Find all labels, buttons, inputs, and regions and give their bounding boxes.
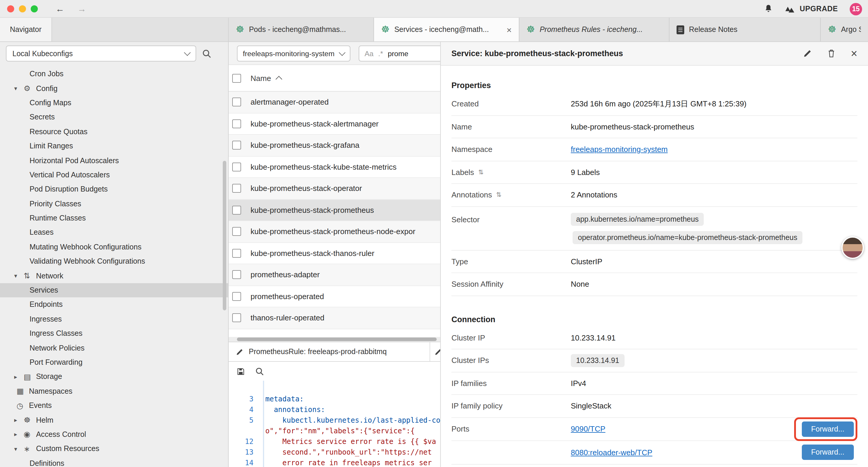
sidebar-item-services[interactable]: Services [0, 283, 228, 298]
sidebar-scrollbar[interactable] [223, 161, 226, 310]
notification-count-badge[interactable]: 15 [850, 3, 862, 15]
sidebar-item-ingresses[interactable]: Ingresses [0, 312, 228, 326]
window-zoom-button[interactable] [31, 5, 38, 12]
table-row-selected[interactable]: kube-prometheus-stack-prometheus [229, 200, 440, 221]
port-link[interactable]: 9090/TCP [571, 425, 606, 434]
tab-close-icon[interactable]: × [502, 25, 512, 35]
yaml-editor[interactable]: 3metadata: 4 annotations: 5 kubectl.kube… [229, 381, 440, 467]
sidebar-item-endpoints[interactable]: Endpoints [0, 298, 228, 312]
detail-row-ip-family-policy: IP family policy SingleStack [452, 395, 857, 418]
close-icon[interactable]: × [851, 48, 857, 59]
search-icon[interactable] [202, 49, 212, 58]
sidebar-item-limit-ranges[interactable]: Limit Ranges [0, 139, 228, 153]
namespace-link[interactable]: freeleaps-monitoring-system [571, 145, 857, 154]
select-all-checkbox[interactable] [232, 74, 241, 83]
sidebar-item-vertical-pod-autoscalers[interactable]: Vertical Pod Autoscalers [0, 168, 228, 182]
mountains-icon [785, 5, 796, 13]
table-row[interactable]: alertmanager-operated [229, 92, 440, 113]
search-icon[interactable] [255, 367, 264, 376]
selector-chip: operator.prometheus.io/name=kube-prometh… [572, 231, 803, 244]
window-close-button[interactable] [7, 5, 14, 12]
namespace-filter-dropdown[interactable]: freeleaps-monitoring-system [237, 46, 350, 61]
horizontal-scrollbar[interactable] [229, 337, 440, 342]
sidebar-item-resource-quotas[interactable]: Resource Quotas [0, 124, 228, 139]
tab-services[interactable]: ☸ Services - icecheng@math... × [374, 18, 519, 41]
forward-button[interactable]: Forward... [802, 421, 854, 437]
table-header: Name [229, 65, 440, 92]
tab-prometheus-rules[interactable]: ☸ Prometheus Rules - icecheng... [519, 18, 670, 41]
sidebar-item-priority-classes[interactable]: Priority Classes [0, 197, 228, 211]
services-toolbar: freeleaps-monitoring-system Aa .* prome [229, 42, 440, 65]
table-row[interactable]: kube-prometheus-stack-grafana [229, 135, 440, 156]
sidebar-item-config-maps[interactable]: Config Maps [0, 96, 228, 110]
table-row[interactable]: kube-prometheus-stack-operator [229, 178, 440, 200]
table-row[interactable]: thanos-ruler-operated [229, 308, 440, 329]
forward-button[interactable]: → [78, 4, 86, 13]
notifications-bell-icon[interactable] [764, 4, 773, 13]
sidebar-group-access-control[interactable]: ▸ ◉ Access Control [0, 428, 228, 442]
tab-pods[interactable]: ☸ Pods - icecheng@mathmas... [229, 18, 374, 41]
table-row[interactable]: prometheus-adapter [229, 264, 440, 286]
sidebar-group-helm[interactable]: ▸ ☸ Helm [0, 413, 228, 428]
sidebar-item-secrets[interactable]: Secrets [0, 110, 228, 124]
sidebar-group-network[interactable]: ▾ ⇅ Network [0, 269, 228, 283]
row-checkbox[interactable] [232, 184, 241, 193]
sidebar-item-pod-disruption-budgets[interactable]: Pod Disruption Budgets [0, 182, 228, 197]
sidebar-group-config[interactable]: ▾ ⚙ Config [0, 81, 228, 96]
sidebar-group-storage[interactable]: ▸ ▤ Storage [0, 370, 228, 384]
sidebar-item-mutating-webhook-configurations[interactable]: Mutating Webhook Configurations [0, 240, 228, 254]
expand-collapse-icon[interactable]: ⇅ [478, 169, 484, 176]
row-checkbox[interactable] [232, 141, 241, 150]
sidebar-item-network-policies[interactable]: Network Policies [0, 341, 228, 355]
sidebar-group-custom-resources[interactable]: ▾ ∗ Custom Resources [0, 442, 228, 456]
kubeconfig-selector[interactable]: Local Kubeconfigs [6, 46, 196, 61]
row-checkbox[interactable] [232, 270, 241, 279]
row-checkbox[interactable] [232, 292, 241, 301]
regex-toggle[interactable]: .* [378, 49, 383, 58]
table-row[interactable]: prometheus-operated [229, 286, 440, 308]
row-checkbox[interactable] [232, 206, 241, 214]
row-checkbox[interactable] [232, 314, 241, 322]
sidebar-item-namespaces[interactable]: ▦ Namespaces [0, 384, 228, 399]
row-checkbox[interactable] [232, 227, 241, 236]
row-checkbox[interactable] [232, 98, 241, 107]
back-button[interactable]: ← [56, 4, 64, 13]
sidebar-item-horizontal-pod-autoscalers[interactable]: Horizontal Pod Autoscalers [0, 153, 228, 168]
save-icon[interactable] [236, 367, 245, 376]
search-input[interactable]: Aa .* prome [359, 46, 440, 61]
row-checkbox[interactable] [232, 163, 241, 171]
services-list-panel: freeleaps-monitoring-system Aa .* prome … [229, 42, 440, 467]
row-checkbox[interactable] [232, 249, 241, 258]
sidebar-item-runtime-classes[interactable]: Runtime Classes [0, 211, 228, 226]
sidebar-item-ingress-classes[interactable]: Ingress Classes [0, 326, 228, 341]
editor-line: 13 second.","runbook_url":"https://net [229, 447, 440, 458]
forward-button[interactable]: Forward... [802, 445, 854, 460]
sidebar-item-port-forwarding[interactable]: Port Forwarding [0, 355, 228, 370]
sort-ascending-icon[interactable] [275, 76, 282, 83]
avatar[interactable] [841, 236, 864, 259]
scrollbar-thumb[interactable] [237, 338, 437, 341]
tab-argo[interactable]: ☸ Argo Se [821, 18, 868, 41]
name-column-header[interactable]: Name [251, 74, 271, 83]
sidebar-item-definitions[interactable]: Definitions [0, 456, 228, 467]
upgrade-button[interactable]: UPGRADE [785, 5, 838, 13]
table-row[interactable]: kube-prometheus-stack-thanos-ruler [229, 243, 440, 264]
row-checkbox[interactable] [232, 119, 241, 128]
table-row[interactable]: kube-prometheus-stack-prometheus-node-ex… [229, 221, 440, 243]
sidebar-item-leases[interactable]: Leases [0, 226, 228, 240]
edit-pencil-icon[interactable] [803, 49, 812, 58]
match-case-toggle[interactable]: Aa [365, 49, 373, 58]
dock-tab-partial[interactable] [430, 342, 440, 361]
delete-trash-icon[interactable] [827, 49, 836, 58]
window-minimize-button[interactable] [19, 5, 26, 12]
tab-release-notes[interactable]: Release Notes [670, 18, 821, 41]
sidebar-item-cron-jobs[interactable]: Cron Jobs [0, 67, 228, 81]
navigator-tab[interactable]: Navigator [0, 18, 52, 41]
expand-collapse-icon[interactable]: ⇅ [496, 191, 501, 199]
sidebar-item-validating-webhook-configurations[interactable]: Validating Webhook Configurations [0, 254, 228, 269]
table-row[interactable]: kube-prometheus-stack-alertmanager [229, 113, 440, 135]
table-row[interactable]: kube-prometheus-stack-kube-state-metrics [229, 156, 440, 178]
dock-tab-prometheusrule[interactable]: PrometheusRule: freeleaps-prod-rabbitmq [229, 342, 430, 361]
sidebar-item-events[interactable]: ◷ Events [0, 399, 228, 413]
port-link[interactable]: 8080:reloader-web/TCP [571, 448, 652, 457]
